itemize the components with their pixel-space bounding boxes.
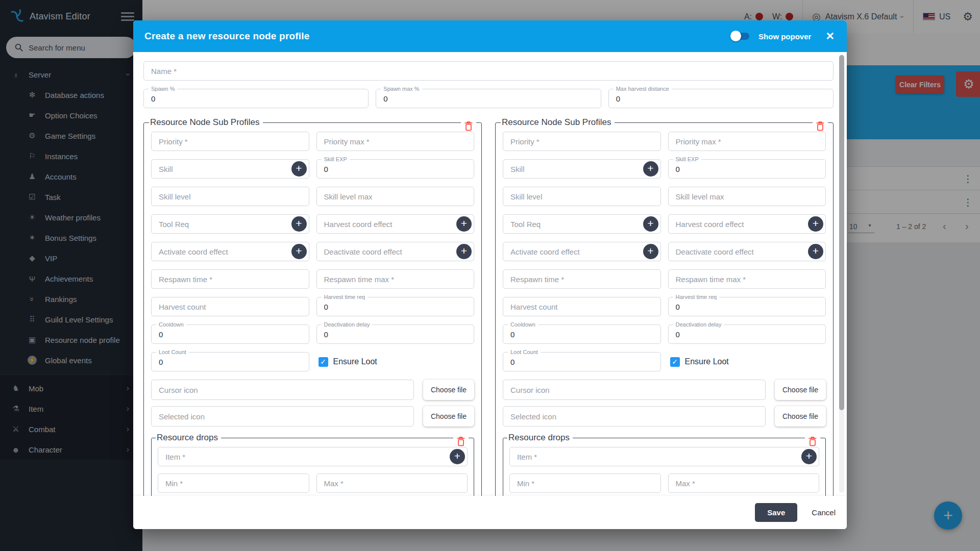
scrollbar-thumb[interactable] [839, 55, 844, 410]
activate-coord-effect-input[interactable] [510, 247, 653, 256]
deactivation-delay-field: Deactivation delay [316, 324, 475, 344]
section-title: Resource Node Sub Profiles [149, 117, 263, 128]
loot-count-input[interactable] [510, 358, 653, 366]
max-field [668, 473, 820, 493]
skill-exp-input[interactable] [324, 165, 467, 173]
add-activate-coord-effect-button[interactable]: + [291, 244, 307, 259]
ensure-loot-checkbox[interactable]: ✓ [670, 357, 680, 367]
harvest-count-input[interactable] [510, 303, 653, 311]
choose-selected-file-button[interactable]: Choose file [423, 406, 474, 427]
min-field [509, 473, 661, 493]
cursor-icon-input[interactable] [510, 386, 758, 394]
add-item-button[interactable]: + [450, 449, 465, 464]
item-field: + [158, 447, 468, 466]
add-harvest-coord-effect-button[interactable]: + [808, 216, 823, 232]
cooldown-input[interactable] [159, 330, 302, 339]
harvest-time-req-input[interactable] [676, 303, 819, 311]
delete-subprofile-button[interactable] [461, 120, 476, 132]
skill-input[interactable] [159, 165, 302, 173]
priority-max-input[interactable] [324, 137, 467, 146]
max-harvest-distance-input[interactable] [616, 94, 826, 103]
priority-input[interactable] [159, 137, 302, 146]
selected-icon-input[interactable] [159, 412, 406, 421]
item-input[interactable] [165, 453, 460, 461]
spawn-max-percent-field: Spawn max % [376, 89, 601, 108]
name-field [143, 61, 834, 81]
min-input[interactable] [165, 479, 302, 488]
max-input[interactable] [676, 479, 812, 488]
cooldown-input[interactable] [510, 330, 653, 339]
skill-level-input[interactable] [159, 192, 302, 201]
skill-level-input[interactable] [510, 192, 653, 201]
harvest-coord-effect-field: + [316, 214, 475, 234]
cancel-button[interactable]: Cancel [812, 508, 836, 517]
choose-selected-file-button[interactable]: Choose file [775, 406, 826, 427]
add-item-button[interactable]: + [801, 449, 817, 464]
spawn-percent-input[interactable] [151, 94, 361, 103]
spawn-max-percent-input[interactable] [383, 94, 593, 103]
tool-req-input[interactable] [159, 220, 302, 229]
show-popover-label: Show popover [758, 32, 811, 41]
add-tool-req-button[interactable]: + [643, 216, 658, 232]
add-deactivate-coord-effect-button[interactable]: + [456, 244, 472, 259]
skill-input[interactable] [510, 165, 653, 173]
add-deactivate-coord-effect-button[interactable]: + [808, 244, 823, 259]
delete-resource-drops-button[interactable] [453, 436, 469, 447]
delete-resource-drops-button[interactable] [805, 436, 820, 447]
trash-icon [456, 436, 466, 447]
respawn-time-max-input[interactable] [324, 275, 467, 284]
dialog-title: Create a new resource node profile [144, 31, 732, 42]
add-skill-button[interactable]: + [291, 161, 307, 177]
harvest-coord-effect-input[interactable] [324, 220, 467, 229]
deactivate-coord-effect-field: + [668, 242, 826, 261]
skill-level-max-input[interactable] [324, 192, 467, 201]
harvest-count-input[interactable] [159, 303, 302, 311]
skill-level-max-field [316, 187, 475, 206]
choose-cursor-file-button[interactable]: Choose file [423, 380, 474, 400]
max-input[interactable] [324, 479, 460, 488]
skill-exp-input[interactable] [676, 165, 819, 173]
selected-icon-input[interactable] [510, 412, 758, 421]
add-harvest-coord-effect-button[interactable]: + [456, 216, 472, 232]
close-icon[interactable]: ✕ [825, 30, 835, 42]
harvest-count-field [503, 297, 661, 316]
harvest-coord-effect-field: + [668, 214, 826, 234]
deactivate-coord-effect-input[interactable] [324, 247, 467, 256]
harvest-time-req-input[interactable] [324, 303, 467, 311]
delete-subprofile-button[interactable] [813, 120, 828, 132]
add-skill-button[interactable]: + [643, 161, 658, 177]
deactivation-delay-input[interactable] [324, 330, 467, 339]
deactivation-delay-input[interactable] [676, 330, 819, 339]
item-field: + [509, 447, 819, 466]
add-tool-req-button[interactable]: + [291, 216, 307, 232]
priority-max-input[interactable] [676, 137, 819, 146]
ensure-loot-checkbox[interactable]: ✓ [318, 357, 328, 367]
respawn-time-input[interactable] [159, 275, 302, 284]
cursor-icon-input[interactable] [159, 386, 406, 394]
save-button[interactable]: Save [755, 503, 797, 522]
respawn-time-max-input[interactable] [676, 275, 819, 284]
skill-level-max-input[interactable] [676, 192, 819, 201]
min-input[interactable] [517, 479, 653, 488]
tool-req-input[interactable] [510, 220, 653, 229]
item-input[interactable] [517, 453, 812, 461]
dialog-footer: Save Cancel [133, 496, 847, 529]
name-input[interactable] [151, 67, 826, 76]
priority-max-field [668, 132, 826, 151]
skill-field: + [503, 159, 661, 179]
choose-cursor-file-button[interactable]: Choose file [775, 380, 826, 400]
priority-max-field [316, 132, 475, 151]
show-popover-toggle[interactable] [732, 33, 749, 40]
deactivate-coord-effect-input[interactable] [676, 247, 819, 256]
respawn-time-input[interactable] [510, 275, 653, 284]
selected-icon-field [503, 406, 766, 427]
add-activate-coord-effect-button[interactable]: + [643, 244, 658, 259]
scrollbar[interactable] [839, 54, 844, 493]
resource-drops-section: Resource drops + [151, 433, 474, 496]
loot-count-input[interactable] [159, 358, 302, 366]
priority-input[interactable] [510, 137, 653, 146]
resource-drops-title: Resource drops [507, 433, 573, 443]
activate-coord-effect-input[interactable] [159, 247, 302, 256]
harvest-coord-effect-input[interactable] [676, 220, 819, 229]
skill-field: + [151, 159, 309, 179]
